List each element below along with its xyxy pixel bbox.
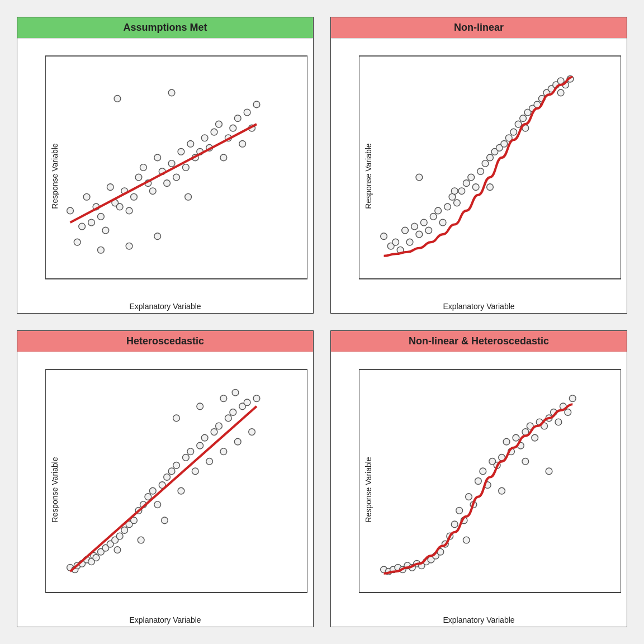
scatter-point [107, 184, 113, 191]
y-axis-label-non-linear: Response Variable [364, 143, 373, 209]
scatter-point [149, 188, 156, 195]
scatter-point [513, 434, 519, 441]
scatter-point [192, 468, 198, 475]
scatter-point [131, 193, 138, 200]
scatter-point [439, 219, 446, 226]
panel-non-linear-heteroscedastic: Non-linear & HeteroscedasticResponse Var… [330, 330, 627, 627]
scatter-point [487, 184, 494, 191]
scatter-point [392, 239, 399, 245]
scatter-point [569, 395, 576, 402]
scatter-point [463, 537, 470, 543]
scatter-point [216, 121, 222, 127]
scatter-point [475, 478, 482, 485]
scatter-point [197, 442, 203, 449]
scatter-point [201, 434, 208, 441]
scatter-point [220, 395, 227, 402]
plot-area-non-linear: Response VariableExplanatory Variable [331, 39, 627, 313]
scatter-point [532, 434, 538, 441]
scatter-point [173, 462, 180, 468]
scatter-point [416, 231, 423, 238]
scatter-point [197, 403, 203, 410]
scatter-point [211, 129, 217, 135]
panel-title-non-linear: Non-linear [331, 17, 627, 39]
scatter-point [98, 214, 105, 220]
scatter-point [138, 537, 144, 543]
scatter-point [168, 160, 175, 167]
scatter-point [416, 174, 423, 181]
scatter-point [468, 174, 475, 181]
scatter-point [402, 227, 409, 234]
y-axis-label-heteroscedastic: Response Variable [50, 457, 59, 522]
scatter-point [154, 154, 161, 161]
scatter-point [253, 101, 260, 108]
scatter-point [472, 184, 479, 191]
scatter-point [510, 129, 517, 135]
scatter-point [88, 219, 95, 226]
scatter-point [435, 207, 442, 214]
scatter-point [116, 533, 123, 539]
scatter-point [74, 239, 80, 245]
scatter-point [126, 207, 132, 214]
y-axis-label-non-linear-heteroscedastic: Response Variable [364, 457, 373, 522]
chart-svg-non-linear-heteroscedastic [359, 358, 621, 604]
scatter-point [183, 454, 190, 461]
x-axis-label-non-linear: Explanatory Variable [443, 302, 514, 311]
plot-area-assumptions-met: Response VariableExplanatory Variable [17, 39, 313, 313]
scatter-point [565, 409, 571, 416]
scatter-point [230, 409, 236, 416]
scatter-point [114, 96, 121, 102]
x-axis-label-heteroscedastic: Explanatory Variable [129, 615, 201, 624]
scatter-point [456, 507, 463, 514]
scatter-point [253, 395, 260, 402]
scatter-point [154, 233, 161, 240]
scatter-point [168, 468, 175, 475]
scatter-point [480, 468, 486, 475]
panel-assumptions-met: Assumptions MetResponse VariableExplanat… [17, 17, 314, 314]
scatter-point [430, 214, 437, 220]
scatter-point [168, 89, 175, 96]
scatter-point [149, 487, 156, 494]
scatter-point [162, 517, 168, 524]
chart-svg-heteroscedastic [45, 358, 307, 604]
scatter-point [234, 438, 241, 445]
scatter-point [411, 223, 418, 230]
scatter-point [201, 135, 208, 141]
scatter-point [444, 203, 451, 210]
plot-area-non-linear-heteroscedastic: Response VariableExplanatory Variable [331, 352, 627, 627]
scatter-point [102, 227, 109, 234]
scatter-point [79, 223, 86, 230]
svg-rect-3 [359, 370, 621, 593]
panel-non-linear: Non-linearResponse VariableExplanatory V… [330, 17, 627, 314]
scatter-point [487, 154, 494, 161]
scatter-point [499, 487, 505, 494]
scatter-point [234, 115, 241, 122]
scatter-point [183, 164, 190, 171]
scatter-point [451, 188, 458, 195]
scatter-point [121, 527, 128, 534]
scatter-point [451, 521, 458, 528]
panel-heteroscedastic: HeteroscedasticResponse VariableExplanat… [17, 330, 314, 627]
scatter-point [520, 115, 527, 122]
scatter-point [187, 140, 194, 147]
scatter-point [546, 468, 552, 475]
svg-rect-1 [359, 56, 621, 279]
scatter-point [164, 180, 171, 187]
scatter-point [522, 458, 529, 465]
chart-svg-assumptions-met [45, 44, 307, 291]
panel-title-non-linear-heteroscedastic: Non-linear & Heteroscedastic [331, 331, 627, 352]
scatter-point [185, 193, 192, 200]
scatter-point [225, 415, 231, 422]
scatter-point [135, 174, 142, 181]
scatter-point [458, 188, 465, 195]
scatter-point [381, 233, 387, 240]
scatter-point [555, 419, 562, 425]
scatter-point [114, 547, 121, 553]
scatter-point [178, 487, 184, 494]
scatter-point [140, 164, 147, 171]
scatter-point [249, 429, 255, 435]
scatter-point [187, 448, 194, 455]
scatter-point [98, 247, 105, 253]
scatter-point [154, 501, 161, 508]
x-axis-label-non-linear-heteroscedastic: Explanatory Variable [443, 615, 514, 624]
scatter-point [557, 89, 564, 96]
